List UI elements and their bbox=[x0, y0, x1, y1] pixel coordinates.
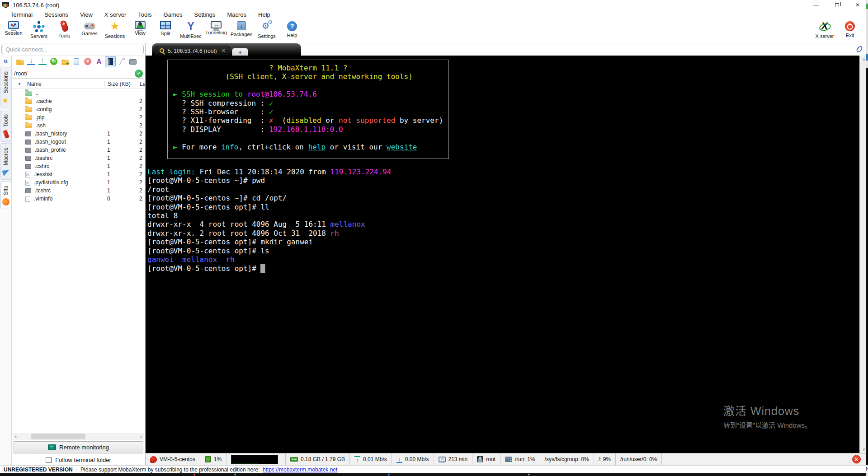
horizontal-scrollbar[interactable]: ‹ › bbox=[13, 433, 144, 440]
maximize-button[interactable] bbox=[826, 0, 847, 10]
toolbar-button[interactable]: Games bbox=[77, 19, 102, 43]
new-folder-icon bbox=[61, 60, 69, 65]
toolbar-button[interactable]: Settings bbox=[254, 19, 279, 43]
tab-close-icon[interactable]: ✕ bbox=[222, 48, 226, 54]
toolbar-button[interactable]: Servers bbox=[26, 19, 52, 43]
bin-file-icon bbox=[25, 188, 31, 193]
quick-connect-input[interactable] bbox=[1, 45, 144, 54]
scroll-left-icon[interactable]: ‹ bbox=[13, 433, 19, 440]
menu-item[interactable]: Games bbox=[158, 11, 189, 18]
sftp-toolbar-button[interactable] bbox=[15, 57, 25, 66]
menu-item[interactable]: View bbox=[74, 11, 99, 18]
follow-terminal-folder-checkbox[interactable] bbox=[46, 457, 52, 463]
file-table-header: ▾ Name Size (KB) La bbox=[12, 79, 145, 89]
file-row[interactable]: .viminfo 0 2 bbox=[12, 195, 145, 203]
sort-arrow-icon[interactable]: ▾ bbox=[12, 81, 27, 86]
globe-icon bbox=[2, 198, 9, 205]
terminal-line: [root@VM-0-5-centos ~]# pwd bbox=[147, 176, 859, 185]
mobatek-link[interactable]: https://mobaxterm.mobatek.net bbox=[263, 467, 337, 473]
sftp-toolbar-button[interactable] bbox=[117, 57, 127, 66]
ssh-banner: ? MobaXterm 11.1 ? (SSH client, X-server… bbox=[167, 60, 449, 159]
follow-terminal-folder-option[interactable]: Follow terminal folder bbox=[12, 454, 145, 465]
doc-file-icon bbox=[25, 196, 30, 202]
menu-item[interactable]: Help bbox=[252, 11, 276, 18]
file-row[interactable]: .config 2 bbox=[12, 105, 145, 113]
file-row[interactable]: .pip 2 bbox=[12, 113, 145, 121]
remote-monitoring-button[interactable]: Remote monitoring bbox=[14, 441, 143, 453]
new-tab-button[interactable]: + bbox=[232, 48, 248, 56]
download-file-icon bbox=[27, 58, 35, 65]
terminal-body: ? MobaXterm 11.1 ? (SSH client, X-server… bbox=[146, 56, 868, 453]
file-row[interactable]: .bash_logout 1 2 bbox=[12, 138, 145, 146]
sftp-toolbar-button[interactable] bbox=[49, 57, 59, 66]
sidebar-tab[interactable]: Sftp bbox=[0, 181, 11, 209]
collapse-sidebar-button[interactable]: « bbox=[4, 55, 8, 67]
cpu-icon bbox=[205, 456, 211, 462]
file-row[interactable]: .lesshst 1 2 bbox=[12, 170, 145, 178]
menu-item[interactable]: Tools bbox=[132, 11, 157, 18]
toolbar-button[interactable]: Split bbox=[153, 19, 178, 43]
spark-icon bbox=[231, 455, 278, 464]
file-row[interactable]: .cache 2 bbox=[12, 97, 145, 105]
knife-icon bbox=[3, 130, 9, 139]
column-header-lastmod[interactable]: La bbox=[137, 81, 145, 87]
file-row[interactable]: .bashrc 1 2 bbox=[12, 154, 145, 162]
sftp-toolbar-button[interactable] bbox=[83, 57, 93, 66]
close-button[interactable]: ✕ bbox=[847, 0, 868, 10]
sftp-toolbar-button[interactable] bbox=[94, 57, 104, 66]
menu-item[interactable]: Terminal bbox=[5, 11, 38, 18]
menu-item[interactable]: X server bbox=[99, 11, 132, 18]
file-row[interactable]: .pydistutils.cfg 1 2 bbox=[12, 178, 145, 187]
sftp-toolbar-button[interactable] bbox=[71, 57, 81, 66]
file-row[interactable]: .cshrc 1 2 bbox=[12, 162, 145, 170]
scrollbar-track[interactable] bbox=[19, 433, 138, 440]
sftp-toolbar-button[interactable] bbox=[128, 57, 138, 66]
toolbar-button[interactable]: Sessions bbox=[102, 19, 127, 43]
file-row[interactable]: .bash_history 1 2 bbox=[12, 130, 145, 138]
scroll-up-icon[interactable]: ∧ bbox=[862, 57, 865, 62]
menu-item[interactable]: Settings bbox=[189, 11, 222, 18]
file-row[interactable]: .bash_profile 1 2 bbox=[12, 146, 145, 154]
path-input[interactable] bbox=[14, 70, 135, 77]
folder-icon bbox=[25, 107, 32, 112]
sftp-toolbar-button[interactable] bbox=[38, 57, 47, 66]
toolbar-button[interactable]: Exit bbox=[837, 19, 863, 43]
column-header-size[interactable]: Size (KB) bbox=[104, 81, 137, 87]
sftp-toolbar-button[interactable] bbox=[26, 57, 36, 66]
status-item: 0.01 Mb/s bbox=[350, 453, 392, 465]
file-row[interactable]: .tcshrc 1 2 bbox=[12, 187, 145, 195]
toolbar-button[interactable]: Help bbox=[279, 19, 305, 43]
servers-icon bbox=[33, 20, 45, 32]
sftp-toolbar-button[interactable] bbox=[60, 57, 70, 66]
attachment-icon[interactable] bbox=[855, 45, 863, 54]
bin-file-icon bbox=[25, 164, 31, 169]
file-row[interactable]: .ssh 2 bbox=[12, 121, 145, 130]
toolbar-button[interactable]: Tunneling bbox=[203, 19, 229, 43]
terminal[interactable]: ? MobaXterm 11.1 ? (SSH client, X-server… bbox=[146, 56, 859, 453]
sftp-toolbar-button[interactable] bbox=[105, 57, 115, 66]
minimize-button[interactable]: — bbox=[806, 0, 826, 10]
toolbar-button[interactable]: X server bbox=[812, 19, 837, 43]
status-item: /run: 1% bbox=[500, 453, 540, 465]
column-header-name[interactable]: Name bbox=[27, 81, 104, 87]
scrollbar-thumb[interactable] bbox=[31, 434, 85, 439]
scroll-down-icon[interactable]: ∨ bbox=[862, 447, 865, 452]
sidebar-tab-strip: « Sessions Tools Macros bbox=[0, 55, 12, 465]
menu-item[interactable]: Sessions bbox=[38, 11, 74, 18]
toolbar-button[interactable]: Packages bbox=[229, 19, 254, 43]
go-button[interactable]: ✓ bbox=[135, 70, 143, 78]
toolbar-button[interactable]: Session bbox=[1, 19, 26, 43]
toolbar-button[interactable]: MultiExec bbox=[178, 19, 203, 43]
status-close-button[interactable]: ✕ bbox=[852, 455, 861, 464]
sidebar-tab[interactable]: Tools bbox=[0, 110, 11, 142]
toolbar-button[interactable]: View bbox=[127, 19, 153, 43]
toolbar-button[interactable]: Tools bbox=[52, 19, 77, 43]
file-row[interactable]: .. bbox=[12, 89, 145, 97]
bin-file-icon bbox=[25, 131, 31, 136]
scroll-right-icon[interactable]: › bbox=[138, 433, 144, 440]
sidebar-tab[interactable]: Sessions bbox=[0, 67, 11, 108]
menu-item[interactable]: Macros bbox=[221, 11, 252, 18]
footer-text: - Please support MobaXterm by subscribin… bbox=[73, 467, 263, 473]
terminal-tab[interactable]: 5. 106.53.74.6 (root) ✕ bbox=[155, 46, 230, 56]
sidebar-tab[interactable]: Macros bbox=[0, 143, 11, 180]
